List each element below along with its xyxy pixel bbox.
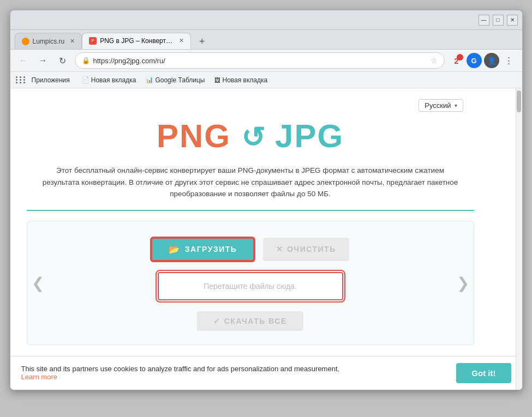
lang-dropdown-arrow-icon: ▾ xyxy=(455,102,457,108)
maximize-button[interactable]: □ xyxy=(493,15,504,26)
chrome-menu-icon[interactable]: ⋮ xyxy=(501,53,517,68)
tab-close-png2jpg[interactable]: ✕ xyxy=(179,37,184,44)
bookmarks-item-apps[interactable]: Приложения xyxy=(28,75,74,85)
logo-area: PNG ↺ JPG xyxy=(27,117,474,155)
section-divider xyxy=(27,210,474,211)
back-button[interactable]: ← xyxy=(16,53,31,68)
bookmarks-apps-grid[interactable]: Приложения xyxy=(16,75,74,85)
upload-folder-icon: 📂 xyxy=(169,244,181,255)
cookie-learn-more-link[interactable]: Learn more xyxy=(21,373,57,381)
logo: PNG ↺ JPG xyxy=(157,118,344,154)
address-bar: ← → ↻ 🔒 https://png2jpg.com/ru/ ☆ 2 G 👤 … xyxy=(10,50,522,72)
download-all-button[interactable]: ✓ СКАЧАТЬ ВСЕ xyxy=(197,311,303,331)
bookmark-star-icon[interactable]: ☆ xyxy=(431,56,438,65)
new-tab-2-favicon: 🖼 xyxy=(214,77,220,83)
chrome-cast-icon[interactable]: 2 xyxy=(449,53,464,68)
tab-png2jpg[interactable]: P PNG в JPG – Конвертация PNG … ✕ xyxy=(82,33,191,49)
scrollbar-thumb[interactable] xyxy=(517,90,521,112)
clear-button[interactable]: ✕ ОЧИСТИТЬ xyxy=(263,238,349,261)
google-sheets-label: Google Таблицы xyxy=(155,76,205,84)
cookie-text: This site and its partners use cookies t… xyxy=(21,365,446,381)
carousel-right-arrow[interactable]: ❯ xyxy=(457,274,469,292)
chrome-toolbar-icons: 2 G 👤 ⋮ xyxy=(449,53,517,68)
cookie-accept-button[interactable]: Got it! xyxy=(456,363,511,383)
bookmarks-bar: Приложения 📄 Новая вкладка 📊 Google Табл… xyxy=(10,72,522,88)
new-tab-button[interactable]: + xyxy=(194,34,210,49)
upload-button-label: ЗАГРУЗИТЬ xyxy=(185,245,237,253)
browser-window: — □ ✕ Lumpics.ru ✕ P PNG в JPG – Конверт… xyxy=(10,10,523,390)
upload-button[interactable]: 📂 ЗАГРУЗИТЬ xyxy=(151,238,254,261)
minimize-button[interactable]: — xyxy=(479,15,489,26)
tab-label-lumpics: Lumpics.ru xyxy=(33,38,65,45)
download-all-label: СКАЧАТЬ ВСЕ xyxy=(224,317,287,325)
tab-favicon-lumpics xyxy=(22,38,29,45)
page-content: Русский ▾ PNG ↺ JPG Этот бесплатный онла… xyxy=(10,88,522,390)
download-row: ✓ СКАЧАТЬ ВСЕ xyxy=(38,311,463,331)
lang-dropdown-button[interactable]: Русский ▾ xyxy=(419,99,463,112)
new-tab-1-favicon: 📄 xyxy=(82,76,89,83)
forward-button[interactable]: → xyxy=(35,53,51,68)
title-bar-controls: — □ ✕ xyxy=(479,15,518,26)
tab-label-png2jpg: PNG в JPG – Конвертация PNG … xyxy=(100,37,174,45)
tab-favicon-png2jpg: P xyxy=(89,37,97,45)
logo-png: PNG xyxy=(157,118,231,154)
clear-button-icon: ✕ xyxy=(276,245,284,253)
lang-selector: Русский ▾ xyxy=(27,99,474,112)
close-button[interactable]: ✕ xyxy=(507,15,518,26)
scrollbar[interactable] xyxy=(516,88,522,390)
carousel-left-arrow[interactable]: ❮ xyxy=(32,274,44,292)
action-buttons-row: 📂 ЗАГРУЗИТЬ ✕ ОЧИСТИТЬ xyxy=(38,238,463,261)
new-tab-2-label: Новая вкладка xyxy=(222,76,267,84)
new-tab-1-label: Новая вкладка xyxy=(91,76,136,84)
lock-icon: 🔒 xyxy=(82,57,90,64)
google-sheets-favicon: 📊 xyxy=(146,76,153,83)
bookmarks-item-new-tab-1[interactable]: 📄 Новая вкладка xyxy=(78,75,140,85)
reload-button[interactable]: ↻ xyxy=(55,53,70,68)
address-bar-input-wrap[interactable]: 🔒 https://png2jpg.com/ru/ ☆ xyxy=(75,52,445,69)
tab-close-lumpics[interactable]: ✕ xyxy=(70,38,75,45)
page-inner: Русский ▾ PNG ↺ JPG Этот бесплатный онла… xyxy=(10,88,491,356)
cookie-banner: This site and its partners use cookies t… xyxy=(10,356,522,390)
tab-lumpics[interactable]: Lumpics.ru ✕ xyxy=(15,33,82,49)
chrome-account-icon[interactable]: G xyxy=(467,53,482,68)
title-bar: — □ ✕ xyxy=(10,10,522,30)
drop-zone-wrapper: Перетащите файлы сюда. xyxy=(38,272,463,300)
download-check-icon: ✓ xyxy=(213,317,221,325)
drop-zone-text: Перетащите файлы сюда. xyxy=(204,282,297,291)
lang-current: Русский xyxy=(425,101,451,110)
tabs-bar: Lumpics.ru ✕ P PNG в JPG – Конвертация P… xyxy=(10,30,522,50)
notification-badge xyxy=(457,54,463,61)
bookmarks-item-new-tab-2[interactable]: 🖼 Новая вкладка xyxy=(211,75,271,85)
logo-jpg: JPG xyxy=(275,118,344,154)
upload-area: ❮ ❯ 📂 ЗАГРУЗИТЬ ✕ ОЧИСТИТЬ Пе xyxy=(27,221,474,345)
drop-zone[interactable]: Перетащите файлы сюда. xyxy=(158,272,343,300)
apps-grid-icon xyxy=(16,76,26,83)
bookmarks-item-google-sheets[interactable]: 📊 Google Таблицы xyxy=(142,75,208,85)
logo-to-arrow: ↺ xyxy=(241,122,275,153)
clear-button-label: ОЧИСТИТЬ xyxy=(287,245,336,253)
cookie-message: This site and its partners use cookies t… xyxy=(21,365,340,373)
chrome-avatar-icon[interactable]: 👤 xyxy=(484,53,499,68)
address-text: https://png2jpg.com/ru/ xyxy=(93,57,427,65)
description-text: Этот бесплатный онлайн-сервис конвертиру… xyxy=(27,165,474,200)
